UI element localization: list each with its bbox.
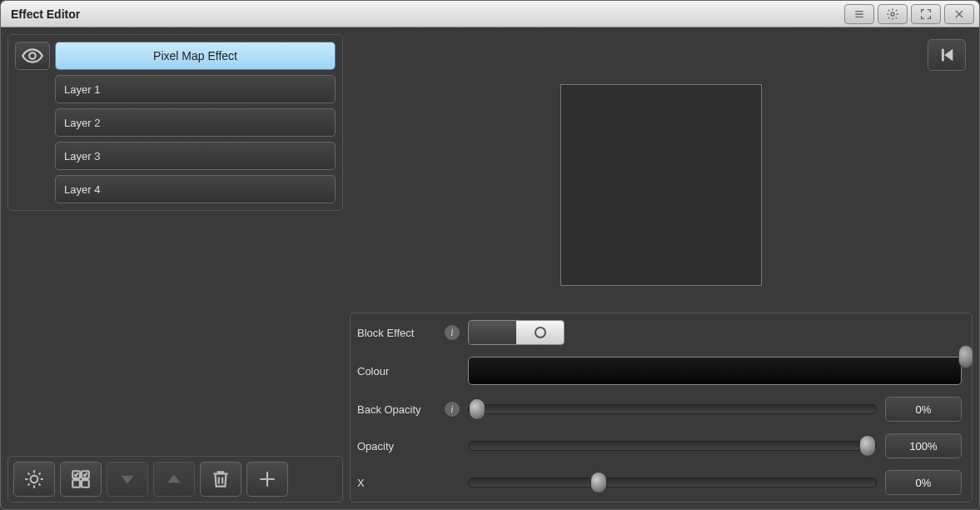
expand-icon bbox=[919, 8, 933, 21]
toggle-on-half bbox=[516, 321, 564, 344]
menu-lines-icon bbox=[853, 8, 866, 21]
window-title: Effect Editor bbox=[6, 8, 841, 21]
layer-panel: Pixel Map Effect Layer 1 Layer 2 Layer 3… bbox=[7, 34, 343, 211]
layer-item[interactable]: Layer 3 bbox=[55, 142, 336, 170]
label-block-effect: Block Effect bbox=[357, 327, 436, 339]
row-block-effect: Block Effect i bbox=[357, 320, 962, 345]
svg-point-2 bbox=[31, 476, 38, 483]
left-spacer bbox=[7, 216, 343, 451]
block-effect-toggle[interactable] bbox=[468, 320, 565, 345]
toggle-off-half bbox=[469, 321, 516, 344]
brightness-button[interactable] bbox=[13, 462, 55, 497]
back-opacity-value[interactable]: 0% bbox=[885, 397, 962, 422]
row-colour: Colour i bbox=[357, 357, 962, 385]
titlebar: Effect Editor bbox=[1, 1, 979, 28]
back-opacity-slider[interactable] bbox=[468, 404, 877, 414]
window-body: Pixel Map Effect Layer 1 Layer 2 Layer 3… bbox=[1, 28, 979, 509]
info-icon[interactable]: i bbox=[445, 325, 460, 340]
info-icon[interactable]: i bbox=[445, 402, 460, 417]
layer-item[interactable]: Layer 4 bbox=[55, 175, 336, 203]
move-down-button[interactable] bbox=[107, 462, 148, 497]
master-layer[interactable]: Pixel Map Effect bbox=[55, 42, 336, 70]
properties-panel: Block Effect i Colour i Back Opacity i bbox=[350, 312, 973, 502]
row-back-opacity: Back Opacity i 0% bbox=[357, 397, 962, 422]
go-to-start-button[interactable] bbox=[928, 39, 966, 71]
layer-toolbar bbox=[7, 456, 343, 502]
layer-item[interactable]: Layer 2 bbox=[55, 108, 336, 137]
properties-scrollbar-thumb[interactable] bbox=[958, 345, 973, 368]
right-column: Block Effect i Colour i Back Opacity i bbox=[350, 34, 973, 502]
layer-item[interactable]: Layer 1 bbox=[55, 75, 336, 103]
row-opacity: Opacity i 100% bbox=[357, 433, 962, 458]
sun-icon bbox=[23, 468, 45, 490]
preview-area bbox=[350, 34, 973, 304]
svg-point-0 bbox=[891, 12, 894, 16]
row-x: X i 0% bbox=[357, 470, 962, 495]
label-x: X bbox=[357, 477, 436, 489]
delete-button[interactable] bbox=[200, 462, 241, 497]
toggle-indicator-icon bbox=[535, 327, 546, 338]
plus-icon bbox=[256, 468, 278, 490]
effect-editor-window: Effect Editor Pixel Map Effect Layer 1 bbox=[0, 0, 980, 510]
opacity-value[interactable]: 100% bbox=[885, 433, 962, 458]
expand-button[interactable] bbox=[911, 4, 941, 24]
settings-button[interactable] bbox=[878, 4, 908, 24]
svg-rect-5 bbox=[72, 480, 80, 488]
slider-thumb[interactable] bbox=[469, 398, 485, 420]
opacity-control: 100% bbox=[468, 433, 962, 458]
add-button[interactable] bbox=[246, 462, 288, 497]
menu-button[interactable] bbox=[844, 4, 874, 24]
visibility-toggle[interactable] bbox=[15, 42, 50, 70]
skip-back-icon bbox=[938, 46, 956, 64]
info-spacer: i bbox=[445, 438, 460, 453]
gear-icon bbox=[886, 8, 899, 21]
label-back-opacity: Back Opacity bbox=[357, 403, 436, 416]
label-colour: Colour bbox=[357, 365, 436, 378]
x-slider[interactable] bbox=[468, 478, 877, 488]
info-spacer: i bbox=[445, 363, 460, 378]
eye-icon bbox=[22, 48, 43, 63]
back-opacity-control: 0% bbox=[468, 397, 962, 422]
opacity-slider[interactable] bbox=[468, 441, 877, 451]
master-row: Pixel Map Effect bbox=[15, 42, 336, 70]
svg-rect-6 bbox=[82, 480, 89, 488]
left-column: Pixel Map Effect Layer 1 Layer 2 Layer 3… bbox=[7, 34, 343, 502]
x-control: 0% bbox=[468, 470, 962, 495]
close-button[interactable] bbox=[944, 4, 974, 24]
slider-thumb[interactable] bbox=[859, 435, 876, 457]
svg-point-1 bbox=[29, 52, 36, 59]
info-spacer: i bbox=[445, 475, 460, 490]
preview-canvas[interactable] bbox=[560, 84, 762, 286]
slider-thumb[interactable] bbox=[590, 472, 607, 493]
x-value[interactable]: 0% bbox=[885, 470, 962, 495]
select-all-button[interactable] bbox=[60, 462, 102, 497]
colour-swatch[interactable] bbox=[468, 357, 962, 385]
triangle-down-icon bbox=[117, 468, 138, 490]
triangle-up-icon bbox=[163, 468, 185, 490]
close-icon bbox=[953, 8, 966, 21]
move-up-button[interactable] bbox=[153, 462, 195, 497]
grid-check-icon bbox=[70, 468, 92, 490]
trash-icon bbox=[210, 468, 231, 490]
label-opacity: Opacity bbox=[357, 440, 436, 452]
